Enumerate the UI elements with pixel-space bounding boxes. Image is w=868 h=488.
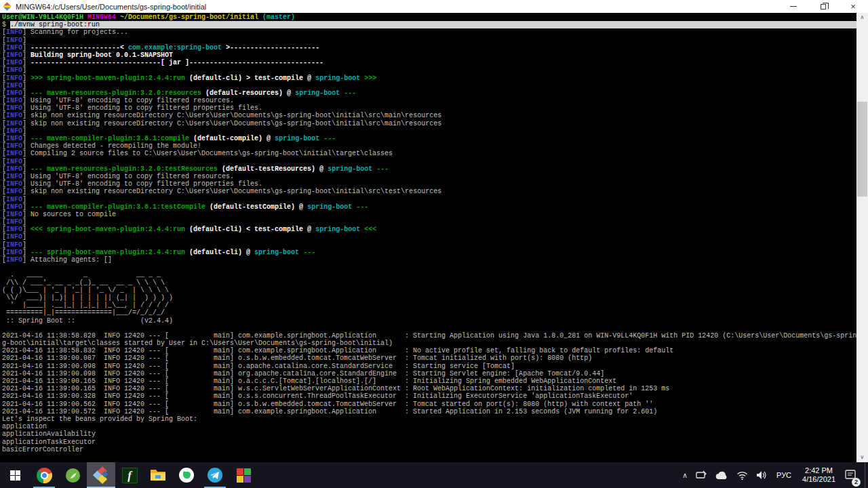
- taskbar-app-telegram[interactable]: [201, 462, 229, 488]
- show-desktop-button[interactable]: [865, 462, 868, 488]
- terminal-line: =========|_|==============|___/=/_/_/_/: [2, 309, 856, 317]
- terminal-line: [INFO] Changes detected - recompiling th…: [2, 142, 856, 150]
- terminal-line: [INFO] skip non existing resourceDirecto…: [2, 120, 856, 127]
- terminal-line: [INFO] --- spring-boot-maven-plugin:2.4.…: [2, 249, 856, 256]
- terminal-line: 2021-04-16 11:39:00.562 INFO 12420 --- […: [2, 401, 856, 408]
- scrollbar-up-arrow[interactable]: ∧: [856, 13, 868, 22]
- tray-device-button[interactable]: [692, 462, 711, 488]
- terminal-line: . ____ _ __ _ _: [2, 271, 856, 279]
- terminal-line: 2021-04-16 11:39:00.087 INFO 12420 --- […: [2, 354, 856, 362]
- volume-icon: [756, 470, 767, 480]
- terminal-line: :: Spring Boot :: (v2.4.4): [2, 317, 856, 325]
- terminal-line: [INFO]: [2, 127, 856, 135]
- terminal-line: 2021-04-16 11:39:00.328 INFO 12420 --- […: [2, 392, 856, 400]
- terminal-line: application: [2, 423, 856, 430]
- wifi-icon: [736, 471, 748, 480]
- terminal-scrollbar[interactable]: ∧ ∨: [856, 13, 868, 462]
- terminal-line: [INFO] --- maven-resources-plugin:3.2.0:…: [2, 89, 856, 97]
- terminal-line: 2021-04-16 11:39:00.098 INFO 12420 --- […: [2, 363, 856, 370]
- terminal-line: [INFO]: [2, 196, 856, 203]
- taskbar-app-git-bash[interactable]: [87, 462, 115, 488]
- onedrive-button[interactable]: [711, 462, 732, 488]
- hidden-icons-button[interactable]: ∧: [678, 462, 692, 488]
- fiddler-icon: f: [122, 468, 138, 483]
- terminal-line: /\\ / ___'_ __ _ _(_)_ __ __ _ \ \ \ \: [2, 279, 856, 287]
- system-tray: ∧ РУС: [678, 462, 868, 488]
- terminal-line: [INFO] Using 'UTF-8' encoding to copy fi…: [2, 97, 856, 104]
- terminal-line: [INFO] skip non existing resourceDirecto…: [2, 112, 856, 119]
- spring-tool-icon: [65, 468, 81, 483]
- tray-device-icon: [696, 470, 707, 480]
- terminal-line: [INFO] Building spring-boot 0.0.1-SNAPSH…: [2, 52, 856, 59]
- taskbar-app-chrome[interactable]: [30, 462, 58, 488]
- terminal-line: ' |____| .__|_| |_|_| |_\__, | / / / /: [2, 302, 856, 309]
- terminal-line: g-boot\initial\target\classes started by…: [2, 340, 856, 347]
- language-indicator[interactable]: РУС: [771, 462, 797, 488]
- close-button[interactable]: ×: [838, 0, 868, 13]
- terminal-line: [INFO] Scanning for projects...: [2, 28, 856, 36]
- terminal-line: User@WIN-V9LL4KQ0F1H MINGW64 ~/Documents…: [2, 14, 856, 21]
- git-bash-icon: [93, 467, 109, 483]
- taskbar-clock[interactable]: 2:42 PM 4/16/2021: [797, 462, 841, 488]
- terminal-line: [INFO]: [2, 66, 856, 74]
- taskbar-app-evernote[interactable]: [172, 462, 201, 488]
- action-center-button[interactable]: 2: [841, 462, 865, 488]
- minimize-button[interactable]: [778, 0, 808, 13]
- terminal-line: [INFO] >>> spring-boot-maven-plugin:2.4.…: [2, 75, 856, 82]
- terminal-line: basicErrorController: [2, 446, 856, 453]
- terminal-line: [INFO] ----------------------< com.examp…: [2, 44, 856, 52]
- restore-button[interactable]: [808, 0, 838, 13]
- colored-tiles-app-icon: [237, 468, 251, 483]
- file-explorer-icon: [150, 468, 166, 482]
- terminal-line: 2021-04-16 11:38:58.832 INFO 12420 --- […: [2, 347, 856, 354]
- onedrive-cloud-icon: [715, 471, 728, 480]
- taskbar: f ∧: [0, 462, 868, 488]
- terminal-line: 2021-04-16 11:38:58.828 INFO 12420 --- […: [2, 332, 856, 340]
- window-titlebar: MINGW64:/c/Users/User/Documents/gs-sprin…: [0, 0, 868, 13]
- terminal-line: [INFO]: [2, 82, 856, 89]
- window-title: MINGW64:/c/Users/User/Documents/gs-sprin…: [16, 3, 206, 11]
- terminal-line: Let's inspect the beans provided by Spri…: [2, 415, 856, 423]
- terminal-line: [INFO] <<< spring-boot-maven-plugin:2.4.…: [2, 226, 856, 233]
- start-icon: [10, 470, 20, 481]
- terminal-output[interactable]: User@WIN-V9LL4KQ0F1H MINGW64 ~/Documents…: [0, 13, 856, 462]
- clock-date: 4/16/2021: [802, 475, 835, 484]
- window-controls: ×: [778, 0, 868, 13]
- terminal-line: $ ./mvnw spring-boot:run: [2, 21, 856, 28]
- terminal-line: [INFO]: [2, 158, 856, 165]
- terminal-line: [INFO] Using 'UTF-8' encoding to copy fi…: [2, 180, 856, 188]
- terminal-line: [INFO]: [2, 241, 856, 249]
- taskbar-app-file-explorer[interactable]: [144, 462, 172, 488]
- terminal-line: [INFO] --------------------------------[…: [2, 59, 856, 66]
- terminal-line: [INFO] No sources to compile: [2, 211, 856, 218]
- terminal-line: [INFO] --- maven-resources-plugin:3.2.0:…: [2, 165, 856, 173]
- terminal-line: [2, 325, 856, 332]
- terminal-line: [INFO] --- maven-compiler-plugin:3.8.1:c…: [2, 135, 856, 142]
- notification-badge: 2: [852, 478, 861, 487]
- terminal-line: \\/ ___)| |_)| | | | | || (_| | ) ) ) ): [2, 294, 856, 302]
- terminal-line: applicationAvailability: [2, 430, 856, 438]
- terminal-line: 2021-04-16 11:39:00.165 INFO 12420 --- […: [2, 378, 856, 385]
- wifi-button[interactable]: [732, 462, 752, 488]
- terminal-line: [INFO] skip non existing resourceDirecto…: [2, 188, 856, 195]
- clock-time: 2:42 PM: [802, 466, 835, 475]
- taskbar-app-colored-tiles[interactable]: [229, 462, 258, 488]
- scrollbar-down-arrow[interactable]: ∨: [856, 453, 868, 462]
- terminal-line: [INFO] Using 'UTF-8' encoding to copy fi…: [2, 173, 856, 180]
- start-button[interactable]: [0, 462, 30, 488]
- terminal-line: 2021-04-16 11:39:00.165 INFO 12420 --- […: [2, 385, 856, 392]
- telegram-icon: [207, 467, 223, 483]
- scrollbar-thumb[interactable]: [857, 102, 867, 197]
- terminal-line: [INFO]: [2, 37, 856, 44]
- terminal-line: [INFO]: [2, 233, 856, 241]
- evernote-icon: [178, 467, 195, 483]
- terminal-line: applicationTaskExecutor: [2, 439, 856, 446]
- taskbar-app-fiddler[interactable]: f: [115, 462, 144, 488]
- terminal-line: 2021-04-16 11:39:00.098 INFO 12420 --- […: [2, 370, 856, 378]
- terminal-line: [2, 264, 856, 271]
- hidden-icons-chevron: ∧: [682, 471, 688, 480]
- volume-button[interactable]: [752, 462, 771, 488]
- terminal-line: [INFO]: [2, 218, 856, 226]
- terminal-line: [INFO] --- maven-compiler-plugin:3.8.1:t…: [2, 203, 856, 211]
- taskbar-app-spring-tool[interactable]: [58, 462, 87, 488]
